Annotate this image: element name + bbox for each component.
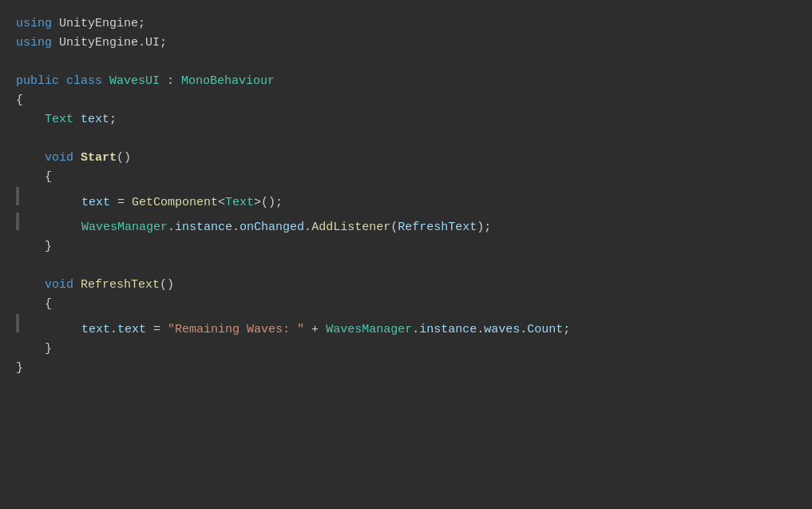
code-line-18: }	[0, 359, 812, 378]
classname-wavesui: WavesUI	[109, 72, 160, 91]
keyword-public: public	[16, 72, 59, 91]
keyword-void-1: void	[45, 149, 73, 168]
var-text: text	[81, 110, 109, 129]
prop-waves: waves	[484, 320, 520, 340]
method-refreshtext: RefreshText	[81, 276, 160, 295]
prop-instance-2: instance	[419, 320, 477, 340]
code-line-7	[0, 129, 812, 149]
code-line-17: }	[0, 340, 812, 359]
param-refreshtext-1: RefreshText	[398, 218, 477, 237]
code-line-11: WavesManager.instance.onChanged.AddListe…	[0, 213, 812, 238]
prop-instance-1: instance	[175, 218, 232, 237]
code-line-8: void Start()	[0, 149, 812, 168]
keyword-using-2: using	[16, 34, 52, 53]
type-text: Text	[45, 110, 73, 129]
code-line-4: public class WavesUI : MonoBehaviour	[0, 72, 812, 91]
code-line-1: using UnityEngine;	[0, 14, 812, 34]
method-getcomponent: GetComponent	[132, 193, 218, 213]
code-line-9: {	[0, 168, 812, 187]
code-editor: using UnityEngine; using UnityEngine.UI;…	[0, 0, 812, 509]
type-text-generic: Text	[225, 193, 254, 213]
prop-text: text	[117, 320, 146, 340]
keyword-class: class	[66, 72, 102, 91]
method-addlistener: AddListener	[311, 218, 390, 237]
classname-monobehaviour: MonoBehaviour	[181, 72, 275, 91]
line-indicator-3	[16, 314, 19, 332]
code-line-16: text.text = "Remaining Waves: " + WavesM…	[0, 314, 812, 340]
string-remaining-waves: "Remaining Waves: "	[168, 320, 304, 340]
prop-count: Count	[527, 320, 563, 340]
code-line-3	[0, 53, 812, 72]
class-wavesmanager-1: WavesManager	[81, 218, 168, 237]
code-line-10: text = GetComponent<Text>();	[0, 187, 812, 213]
code-line-2: using UnityEngine.UI;	[0, 34, 812, 53]
code-line-13	[0, 256, 812, 276]
code-line-15: {	[0, 295, 812, 314]
method-start: Start	[81, 149, 117, 168]
prop-onchanged: onChanged	[240, 218, 304, 237]
code-line-14: void RefreshText()	[0, 276, 812, 295]
line-indicator-2	[16, 213, 19, 231]
var-text-assign: text	[81, 193, 110, 213]
code-line-5: {	[0, 91, 812, 110]
class-wavesmanager-2: WavesManager	[326, 320, 412, 340]
keyword-using-1: using	[16, 14, 52, 34]
keyword-void-2: void	[45, 276, 73, 295]
code-line-6: Text text;	[0, 110, 812, 129]
var-text-text: text	[81, 320, 110, 340]
line-indicator	[16, 187, 19, 205]
code-line-12: }	[0, 237, 812, 256]
